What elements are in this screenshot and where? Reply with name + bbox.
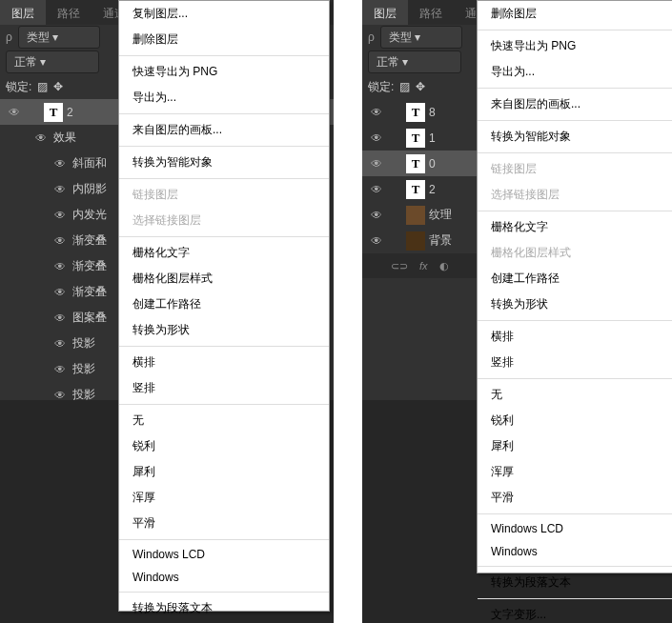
- menu-select-linked: 选择链接图层: [478, 182, 672, 208]
- visibility-icon[interactable]: 👁: [32, 131, 50, 145]
- menu-link-layers: 链接图层: [478, 156, 672, 182]
- menu-link-layers: 链接图层: [119, 182, 329, 208]
- filter-type-dropdown[interactable]: 类型 ▾: [380, 26, 462, 49]
- tab-paths[interactable]: 路径: [408, 0, 454, 25]
- menu-sharp[interactable]: 锐利: [478, 408, 672, 433]
- menu-smooth[interactable]: 平滑: [119, 511, 329, 536]
- menu-sharp[interactable]: 锐利: [119, 433, 329, 459]
- tab-paths[interactable]: 路径: [46, 0, 92, 25]
- menu-artboard[interactable]: 来自图层的画板...: [478, 91, 672, 117]
- menu-none[interactable]: 无: [119, 408, 329, 433]
- menu-convert-shape[interactable]: 转换为形状: [478, 291, 672, 317]
- menu-rasterize-style[interactable]: 栅格化图层样式: [119, 266, 329, 291]
- menu-vertical[interactable]: 竖排: [119, 375, 329, 401]
- menu-strong[interactable]: 浑厚: [478, 459, 672, 485]
- menu-export-as[interactable]: 导出为...: [478, 59, 672, 85]
- menu-delete-layer[interactable]: 删除图层: [119, 27, 329, 52]
- menu-smart-object[interactable]: 转换为智能对象: [478, 124, 672, 150]
- context-menu: 删除图层 快速导出为 PNG 导出为... 来自图层的画板... 转换为智能对象…: [477, 0, 672, 573]
- menu-artboard[interactable]: 来自图层的画板...: [119, 117, 329, 143]
- menu-export-as[interactable]: 导出为...: [119, 85, 329, 111]
- menu-rasterize-text[interactable]: 栅格化文字: [478, 214, 672, 240]
- blend-mode-dropdown[interactable]: 正常 ▾: [6, 50, 99, 73]
- menu-rasterize-style: 栅格化图层样式: [478, 240, 672, 266]
- menu-windows[interactable]: Windows: [478, 540, 672, 563]
- menu-horizontal[interactable]: 横排: [478, 324, 672, 350]
- menu-create-path[interactable]: 创建工作路径: [478, 266, 672, 291]
- menu-win-lcd[interactable]: Windows LCD: [119, 543, 329, 566]
- menu-paragraph[interactable]: 转换为段落文本: [119, 595, 329, 621]
- move-icon[interactable]: ✥: [416, 80, 425, 93]
- menu-convert-shape[interactable]: 转换为形状: [119, 317, 329, 343]
- fx-icon[interactable]: fx: [419, 260, 428, 271]
- move-icon[interactable]: ✥: [53, 80, 63, 93]
- lock-label: 锁定:: [6, 79, 31, 95]
- filter-type-dropdown[interactable]: 类型 ▾: [18, 26, 100, 49]
- context-menu: 复制图层... 删除图层 快速导出为 PNG 导出为... 来自图层的画板...…: [118, 0, 330, 612]
- menu-delete-layer[interactable]: 删除图层: [478, 1, 672, 27]
- menu-crisp[interactable]: 犀利: [119, 459, 329, 485]
- menu-strong[interactable]: 浑厚: [119, 485, 329, 511]
- menu-paragraph[interactable]: 转换为段落文本: [478, 570, 672, 595]
- menu-win-lcd[interactable]: Windows LCD: [478, 517, 672, 540]
- lock-icon[interactable]: ▨: [399, 80, 410, 93]
- menu-warp-text[interactable]: 文字变形...: [478, 602, 672, 623]
- menu-windows[interactable]: Windows: [119, 566, 329, 589]
- menu-create-path[interactable]: 创建工作路径: [119, 291, 329, 317]
- menu-quick-png[interactable]: 快速导出为 PNG: [119, 59, 329, 85]
- menu-quick-png[interactable]: 快速导出为 PNG: [478, 33, 672, 59]
- menu-vertical[interactable]: 竖排: [478, 350, 672, 375]
- menu-rasterize-text[interactable]: 栅格化文字: [119, 240, 329, 266]
- tab-layers[interactable]: 图层: [362, 0, 408, 25]
- menu-none[interactable]: 无: [478, 382, 672, 408]
- link-icon[interactable]: ⊂⊃: [391, 260, 408, 272]
- menu-select-linked: 选择链接图层: [119, 208, 329, 233]
- visibility-icon[interactable]: 👁: [6, 106, 23, 119]
- lock-label: 锁定:: [368, 79, 394, 95]
- menu-crisp[interactable]: 犀利: [478, 433, 672, 459]
- mask-icon[interactable]: ◐: [439, 260, 449, 272]
- text-layer-icon: T: [44, 103, 63, 122]
- menu-smart-object[interactable]: 转换为智能对象: [119, 150, 329, 175]
- menu-horizontal[interactable]: 横排: [119, 350, 329, 375]
- blend-mode-dropdown[interactable]: 正常 ▾: [368, 50, 461, 73]
- tab-layers[interactable]: 图层: [0, 0, 46, 25]
- menu-copy-layer[interactable]: 复制图层...: [119, 1, 329, 27]
- menu-smooth[interactable]: 平滑: [478, 485, 672, 511]
- lock-icon[interactable]: ▨: [37, 80, 48, 93]
